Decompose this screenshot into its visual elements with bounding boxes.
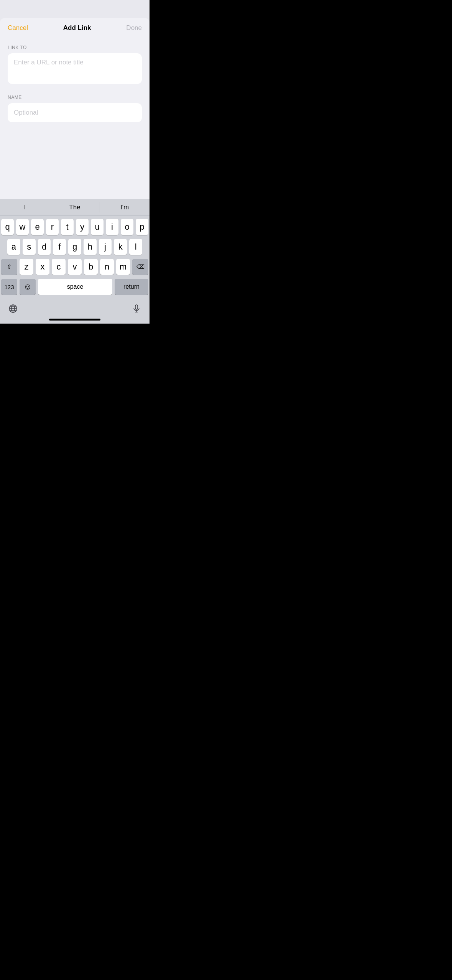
name-field-wrapper: NAME	[8, 95, 142, 122]
key-g[interactable]: g	[68, 239, 81, 255]
modal-header: Cancel Add Link Done	[0, 18, 150, 37]
key-t[interactable]: t	[61, 219, 74, 235]
space-label: space	[67, 283, 84, 290]
key-p[interactable]: p	[136, 219, 148, 235]
numbers-key[interactable]: 123	[1, 279, 17, 295]
key-c[interactable]: c	[52, 259, 66, 275]
key-y[interactable]: y	[76, 219, 89, 235]
shift-key[interactable]: ⇧	[1, 259, 17, 275]
key-o[interactable]: o	[121, 219, 133, 235]
globe-button[interactable]	[6, 302, 20, 316]
key-h[interactable]: h	[84, 239, 97, 255]
predictive-item-3[interactable]: I'm	[100, 199, 150, 215]
link-to-label: LINK TO	[8, 45, 142, 50]
key-n[interactable]: n	[100, 259, 114, 275]
key-v[interactable]: v	[68, 259, 82, 275]
key-k[interactable]: k	[114, 239, 127, 255]
key-i[interactable]: i	[106, 219, 118, 235]
key-l[interactable]: l	[129, 239, 142, 255]
add-link-modal: Cancel Add Link Done LINK TO NAME I The …	[0, 18, 150, 324]
link-to-input[interactable]	[8, 53, 142, 84]
key-rows: q w e r t y u i o p a s d f g h j k	[0, 216, 150, 300]
keyboard: I The I'm q w e r t y u i o p a s	[0, 199, 150, 324]
key-j[interactable]: j	[99, 239, 112, 255]
keyboard-row-1: q w e r t y u i o p	[1, 219, 148, 235]
predictive-item-1[interactable]: I	[0, 199, 50, 215]
delete-key[interactable]: ⌫	[132, 259, 148, 275]
key-u[interactable]: u	[91, 219, 104, 235]
key-d[interactable]: d	[38, 239, 51, 255]
key-f[interactable]: f	[53, 239, 66, 255]
key-b[interactable]: b	[84, 259, 98, 275]
name-input[interactable]	[8, 103, 142, 122]
home-bar	[49, 319, 100, 321]
shift-icon: ⇧	[7, 263, 12, 270]
modal-title: Add Link	[63, 24, 91, 32]
key-s[interactable]: s	[23, 239, 36, 255]
mic-icon	[132, 304, 141, 313]
emoji-icon: ☺	[23, 282, 32, 292]
keyboard-row-3: ⇧ z x c v b n m ⌫	[1, 259, 148, 275]
key-w[interactable]: w	[16, 219, 29, 235]
key-a[interactable]: a	[7, 239, 20, 255]
keyboard-bottom-row	[0, 300, 150, 319]
emoji-key[interactable]: ☺	[20, 279, 36, 295]
cancel-button[interactable]: Cancel	[8, 24, 28, 32]
key-m[interactable]: m	[116, 259, 130, 275]
space-key[interactable]: space	[38, 279, 112, 295]
delete-icon: ⌫	[136, 263, 145, 270]
globe-icon	[8, 304, 18, 313]
key-z[interactable]: z	[20, 259, 33, 275]
link-to-field-wrapper: LINK TO	[8, 45, 142, 84]
key-e[interactable]: e	[31, 219, 44, 235]
done-button[interactable]: Done	[126, 24, 142, 32]
key-x[interactable]: x	[36, 259, 49, 275]
keyboard-row-4: 123 ☺ space return	[1, 279, 148, 295]
key-q[interactable]: q	[1, 219, 14, 235]
mic-button[interactable]	[130, 302, 143, 316]
predictive-item-2[interactable]: The	[50, 199, 100, 215]
return-label: return	[123, 283, 140, 290]
return-key[interactable]: return	[115, 279, 148, 295]
name-label: NAME	[8, 95, 142, 100]
svg-rect-5	[135, 305, 138, 309]
predictive-bar: I The I'm	[0, 199, 150, 216]
home-indicator	[0, 319, 150, 324]
keyboard-row-2: a s d f g h j k l	[1, 239, 148, 255]
numbers-label: 123	[4, 284, 14, 290]
key-r[interactable]: r	[46, 219, 59, 235]
